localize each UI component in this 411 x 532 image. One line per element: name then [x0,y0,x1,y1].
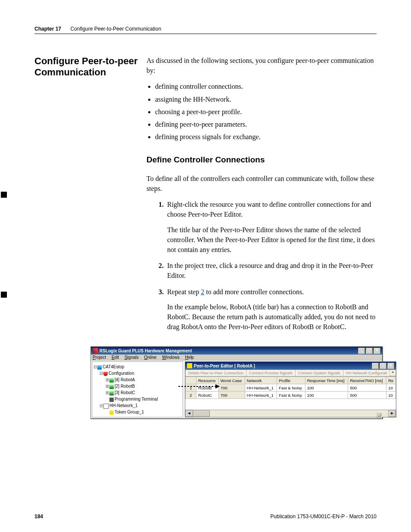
menu-online[interactable]: Online [144,355,157,360]
tree-configuration[interactable]: Configuration [109,371,134,376]
procedure-steps: Right-click the resource you want to def… [146,199,377,332]
project-tree[interactable]: ⊟CAT4Estop ⊟Configuration ⊞[4] RobotA ⊞[… [92,361,183,417]
subsection-heading: Define Controller Connections [146,154,377,166]
tab-connect-system-signals[interactable]: Connect System Signals [295,370,343,376]
grid-header-row: Resource Worst Case Network Profile Resp… [186,377,396,384]
menu-edit[interactable]: Edit [112,355,119,360]
connection-grid[interactable]: Resource Worst Case Network Profile Resp… [185,376,396,399]
intro-bullets: defining controller connections. assigni… [146,81,377,142]
token-group-icon [109,411,114,415]
tree-robot-c[interactable]: [3] RobotC [115,390,135,395]
menu-help[interactable]: Help [185,355,194,360]
close-button[interactable]: × [374,348,380,354]
col-network[interactable]: Network [245,377,277,384]
cell-re[interactable]: 10 [386,392,396,399]
menu-signals[interactable]: Signals [125,355,139,360]
page-number: 184 [34,513,43,520]
cell-rownum: 1 [186,384,196,392]
bullet-item: defining controller connections. [155,81,377,91]
tree-root[interactable]: CAT4Estop [103,364,124,369]
bullet-item: defining process signals for exchange. [155,132,377,142]
publication-id: Publication 1753-UM001C-EN-P - March 201… [270,513,377,520]
step-text: In the project tree, click a resource an… [167,262,373,279]
app-window: RSLogix Guard PLUS Hardware Management _… [90,346,383,419]
app-titlebar[interactable]: RSLogix Guard PLUS Hardware Management _… [91,347,382,355]
cell-re[interactable]: 10 [386,384,396,392]
peer-to-peer-editor: Peer-to-Peer Editor [ RobotA ] _ □ × Del… [185,361,396,417]
col-resource[interactable]: Resource [196,377,219,384]
cell-profile[interactable]: Fast & Noisy [277,392,305,399]
cell-response-time[interactable]: 100 [305,384,348,392]
maximize-button[interactable]: □ [380,363,386,369]
cell-rownum: 2 [186,392,196,399]
bullet-item: choosing a peer-to-peer profile. [155,107,377,117]
table-row[interactable]: 2 RobotC 700 HH-Network_1 Fast & Noisy 1… [186,392,396,399]
resource-icon [109,391,114,395]
step-link[interactable]: 2 [201,288,204,296]
minimize-button[interactable]: _ [358,348,365,354]
col-receive-tmo[interactable]: ReceiveTMO [ms] [348,377,386,384]
minimize-button[interactable]: _ [372,363,379,369]
intro-paragraph: As discussed in the following sections, … [146,56,377,75]
menu-project[interactable]: PProjectroject [93,355,106,360]
menu-windows[interactable]: Windows [162,355,180,360]
tab-overflow-button[interactable]: » [389,370,396,376]
tab-hh-network-config[interactable]: HH-Network-Configurati [343,370,390,376]
page-footer: 184 Publication 1753-UM001C-EN-P - March… [34,513,377,520]
tree-token-group[interactable]: Token Group_1 [115,410,144,414]
cell-worst-case[interactable]: 700 [218,384,245,392]
resource-icon [109,385,114,389]
scroll-thumb[interactable] [193,411,210,417]
scroll-left-button[interactable]: ◄ [185,410,193,417]
scroll-right-button[interactable]: ► [388,410,396,417]
step-text-suffix: to add more controller connections. [204,288,304,296]
tree-robot-a[interactable]: [4] RobotA [115,377,135,382]
menu-bar[interactable]: PProjectroject Edit Signals Online Windo… [91,355,382,361]
cell-network[interactable]: HH-Network_1 [245,392,277,399]
step-1: Right-click the resource you want to def… [165,199,377,255]
cell-resource[interactable]: RobotC [196,392,219,399]
cell-receive-tmo[interactable]: 500 [348,392,386,399]
editor-tabs: Delete Peer-to-Peer Connection Connect P… [185,370,396,376]
step-extra: In the example below, RobotA (title bar)… [167,302,377,332]
cell-receive-tmo[interactable]: 500 [348,384,386,392]
cell-worst-case[interactable]: 700 [218,392,245,399]
tree-robot-b[interactable]: [2] RobotB [115,384,135,389]
col-rownum[interactable] [186,377,196,384]
change-bar-icon [1,292,7,298]
editor-icon [187,363,192,368]
tree-programming-terminal[interactable]: Programming Terminal [115,397,158,401]
col-worst-case[interactable]: Worst Case [218,377,245,384]
terminal-icon [109,398,114,402]
cell-response-time[interactable]: 100 [305,392,348,399]
network-icon [103,404,109,409]
col-response-time[interactable]: Response Time [ms] [305,377,348,384]
step-extra: The title bar of the Peer-to-Peer Editor… [167,225,377,255]
tab-connect-process-signals[interactable]: Connect Process Signals [246,370,296,376]
horizontal-scrollbar[interactable]: ◄ ► [185,410,396,417]
editor-title: Peer-to-Peer Editor [ RobotA ] [194,364,255,368]
bullet-item: defining peer-to-peer parameters. [155,119,377,129]
project-icon [97,365,102,370]
resource-icon [109,378,114,383]
tab-delete-connection[interactable]: Delete Peer-to-Peer Connection [185,370,246,376]
tree-hh-network[interactable]: HH-Network_1 [109,403,138,408]
cell-network[interactable]: HH-Network_1 [245,384,277,392]
folder-icon [103,372,108,376]
editor-titlebar[interactable]: Peer-to-Peer Editor [ RobotA ] _ □ × [185,362,396,370]
table-row[interactable]: 1 RobotB 700 HH-Network_1 Fast & Noisy 1… [186,384,396,392]
maximize-button[interactable]: □ [366,348,373,354]
chapter-title: Configure Peer-to-Peer Communication [70,26,161,32]
resize-grip-icon[interactable] [377,413,382,418]
step-text-prefix: Repeat step [167,288,201,296]
close-button[interactable]: × [387,363,394,369]
step-3: Repeat step 2 to add more controller con… [165,287,377,332]
cell-resource[interactable]: RobotB [196,384,219,392]
step-2: In the project tree, click a resource an… [165,261,377,280]
subsection-intro: To define all of the controllers each co… [146,174,377,193]
cell-profile[interactable]: Fast & Noisy [277,384,305,392]
col-re-truncated[interactable]: Re [386,377,396,384]
bullet-item: assigning the HH-Network. [155,94,377,104]
chapter-label: Chapter 17 [34,26,61,32]
col-profile[interactable]: Profile [277,377,305,384]
